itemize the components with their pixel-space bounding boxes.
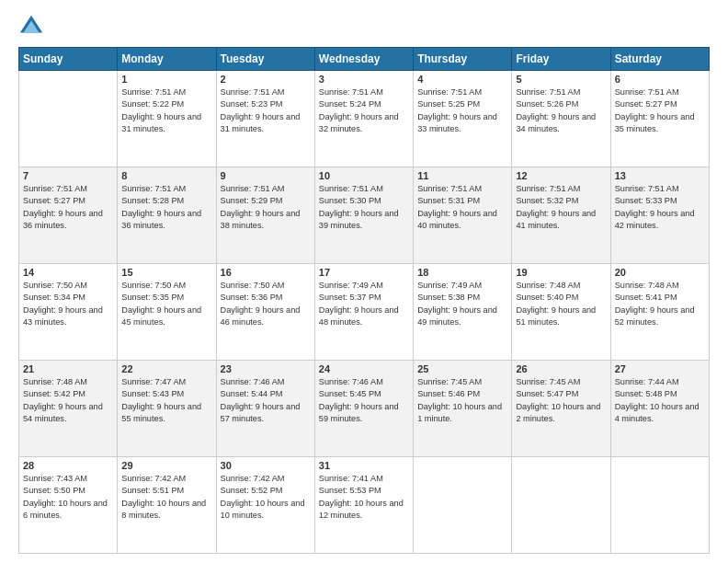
day-number: 15 bbox=[121, 267, 211, 278]
calendar-header-thursday: Thursday bbox=[414, 48, 512, 71]
page: SundayMondayTuesdayWednesdayThursdayFrid… bbox=[0, 0, 728, 563]
day-detail: Sunrise: 7:49 AMSunset: 5:38 PMDaylight:… bbox=[417, 280, 507, 328]
day-number: 19 bbox=[516, 267, 606, 278]
day-detail: Sunrise: 7:51 AMSunset: 5:33 PMDaylight:… bbox=[615, 183, 705, 232]
day-detail: Sunrise: 7:42 AMSunset: 5:52 PMDaylight:… bbox=[221, 473, 311, 522]
calendar-cell: 15Sunrise: 7:50 AMSunset: 5:35 PMDayligh… bbox=[118, 264, 216, 361]
calendar-table: SundayMondayTuesdayWednesdayThursdayFrid… bbox=[18, 47, 710, 554]
day-number: 30 bbox=[221, 460, 311, 471]
day-detail: Sunrise: 7:51 AMSunset: 5:30 PMDaylight:… bbox=[319, 183, 409, 232]
calendar-cell bbox=[512, 457, 610, 554]
day-detail: Sunrise: 7:46 AMSunset: 5:44 PMDaylight:… bbox=[221, 376, 311, 425]
day-detail: Sunrise: 7:49 AMSunset: 5:37 PMDaylight:… bbox=[319, 280, 409, 328]
calendar-cell: 22Sunrise: 7:47 AMSunset: 5:43 PMDayligh… bbox=[118, 361, 216, 457]
day-detail: Sunrise: 7:41 AMSunset: 5:53 PMDaylight:… bbox=[319, 473, 409, 522]
calendar-cell: 5Sunrise: 7:51 AMSunset: 5:26 PMDaylight… bbox=[512, 71, 610, 167]
day-number: 14 bbox=[23, 267, 113, 278]
calendar-header-sunday: Sunday bbox=[19, 48, 118, 71]
day-number: 9 bbox=[221, 170, 311, 181]
calendar-header-friday: Friday bbox=[512, 48, 610, 71]
day-number: 21 bbox=[23, 363, 113, 374]
day-number: 1 bbox=[121, 74, 211, 85]
calendar-header-tuesday: Tuesday bbox=[216, 48, 314, 71]
calendar-header-saturday: Saturday bbox=[610, 48, 709, 71]
calendar-cell: 11Sunrise: 7:51 AMSunset: 5:31 PMDayligh… bbox=[414, 167, 512, 264]
calendar-cell: 9Sunrise: 7:51 AMSunset: 5:29 PMDaylight… bbox=[216, 167, 314, 264]
day-detail: Sunrise: 7:51 AMSunset: 5:22 PMDaylight:… bbox=[121, 86, 211, 135]
calendar-cell: 17Sunrise: 7:49 AMSunset: 5:37 PMDayligh… bbox=[314, 264, 413, 361]
day-detail: Sunrise: 7:51 AMSunset: 5:29 PMDaylight:… bbox=[221, 183, 311, 232]
day-number: 18 bbox=[417, 267, 507, 278]
day-detail: Sunrise: 7:48 AMSunset: 5:40 PMDaylight:… bbox=[516, 280, 606, 328]
calendar-cell bbox=[610, 457, 709, 554]
day-number: 27 bbox=[615, 363, 705, 374]
day-number: 5 bbox=[516, 74, 606, 85]
day-number: 7 bbox=[23, 170, 113, 181]
day-detail: Sunrise: 7:47 AMSunset: 5:43 PMDaylight:… bbox=[121, 376, 211, 425]
header bbox=[18, 14, 710, 40]
day-number: 8 bbox=[121, 170, 211, 181]
calendar-week-1: 1Sunrise: 7:51 AMSunset: 5:22 PMDaylight… bbox=[19, 71, 710, 167]
calendar-cell: 13Sunrise: 7:51 AMSunset: 5:33 PMDayligh… bbox=[610, 167, 709, 264]
calendar-cell: 20Sunrise: 7:48 AMSunset: 5:41 PMDayligh… bbox=[610, 264, 709, 361]
calendar-cell: 2Sunrise: 7:51 AMSunset: 5:23 PMDaylight… bbox=[216, 71, 314, 167]
calendar-cell: 30Sunrise: 7:42 AMSunset: 5:52 PMDayligh… bbox=[216, 457, 314, 554]
day-number: 28 bbox=[23, 460, 113, 471]
day-number: 6 bbox=[615, 74, 705, 85]
day-number: 2 bbox=[221, 74, 311, 85]
day-detail: Sunrise: 7:51 AMSunset: 5:23 PMDaylight:… bbox=[221, 86, 311, 135]
day-detail: Sunrise: 7:51 AMSunset: 5:27 PMDaylight:… bbox=[23, 183, 113, 232]
calendar-week-5: 28Sunrise: 7:43 AMSunset: 5:50 PMDayligh… bbox=[19, 457, 710, 554]
day-detail: Sunrise: 7:51 AMSunset: 5:25 PMDaylight:… bbox=[417, 86, 507, 135]
calendar-cell bbox=[414, 457, 512, 554]
calendar-cell: 3Sunrise: 7:51 AMSunset: 5:24 PMDaylight… bbox=[314, 71, 413, 167]
day-detail: Sunrise: 7:44 AMSunset: 5:48 PMDaylight:… bbox=[615, 376, 705, 425]
calendar-cell: 25Sunrise: 7:45 AMSunset: 5:46 PMDayligh… bbox=[414, 361, 512, 457]
day-detail: Sunrise: 7:51 AMSunset: 5:24 PMDaylight:… bbox=[319, 86, 409, 135]
day-number: 4 bbox=[417, 74, 507, 85]
calendar-cell: 6Sunrise: 7:51 AMSunset: 5:27 PMDaylight… bbox=[610, 71, 709, 167]
day-number: 12 bbox=[516, 170, 606, 181]
calendar-cell: 8Sunrise: 7:51 AMSunset: 5:28 PMDaylight… bbox=[118, 167, 216, 264]
calendar-cell: 19Sunrise: 7:48 AMSunset: 5:40 PMDayligh… bbox=[512, 264, 610, 361]
day-detail: Sunrise: 7:51 AMSunset: 5:27 PMDaylight:… bbox=[615, 86, 705, 135]
day-number: 22 bbox=[121, 363, 211, 374]
calendar-cell: 7Sunrise: 7:51 AMSunset: 5:27 PMDaylight… bbox=[19, 167, 118, 264]
day-detail: Sunrise: 7:50 AMSunset: 5:36 PMDaylight:… bbox=[221, 280, 311, 328]
day-number: 31 bbox=[319, 460, 409, 471]
calendar-cell: 18Sunrise: 7:49 AMSunset: 5:38 PMDayligh… bbox=[414, 264, 512, 361]
calendar-cell: 12Sunrise: 7:51 AMSunset: 5:32 PMDayligh… bbox=[512, 167, 610, 264]
calendar-cell: 14Sunrise: 7:50 AMSunset: 5:34 PMDayligh… bbox=[19, 264, 118, 361]
day-number: 24 bbox=[319, 363, 409, 374]
calendar-cell bbox=[19, 71, 118, 167]
day-detail: Sunrise: 7:46 AMSunset: 5:45 PMDaylight:… bbox=[319, 376, 409, 425]
calendar-cell: 29Sunrise: 7:42 AMSunset: 5:51 PMDayligh… bbox=[118, 457, 216, 554]
day-number: 29 bbox=[121, 460, 211, 471]
calendar-cell: 27Sunrise: 7:44 AMSunset: 5:48 PMDayligh… bbox=[610, 361, 709, 457]
day-detail: Sunrise: 7:51 AMSunset: 5:32 PMDaylight:… bbox=[516, 183, 606, 232]
day-number: 10 bbox=[319, 170, 409, 181]
calendar-cell: 4Sunrise: 7:51 AMSunset: 5:25 PMDaylight… bbox=[414, 71, 512, 167]
calendar-header-row: SundayMondayTuesdayWednesdayThursdayFrid… bbox=[19, 48, 710, 71]
day-number: 17 bbox=[319, 267, 409, 278]
day-detail: Sunrise: 7:42 AMSunset: 5:51 PMDaylight:… bbox=[121, 473, 211, 522]
day-number: 26 bbox=[516, 363, 606, 374]
calendar-week-2: 7Sunrise: 7:51 AMSunset: 5:27 PMDaylight… bbox=[19, 167, 710, 264]
day-detail: Sunrise: 7:45 AMSunset: 5:47 PMDaylight:… bbox=[516, 376, 606, 425]
calendar-header-wednesday: Wednesday bbox=[314, 48, 413, 71]
day-detail: Sunrise: 7:51 AMSunset: 5:31 PMDaylight:… bbox=[417, 183, 507, 232]
day-number: 25 bbox=[417, 363, 507, 374]
calendar-cell: 28Sunrise: 7:43 AMSunset: 5:50 PMDayligh… bbox=[19, 457, 118, 554]
calendar-week-4: 21Sunrise: 7:48 AMSunset: 5:42 PMDayligh… bbox=[19, 361, 710, 457]
calendar-cell: 23Sunrise: 7:46 AMSunset: 5:44 PMDayligh… bbox=[216, 361, 314, 457]
calendar-cell: 26Sunrise: 7:45 AMSunset: 5:47 PMDayligh… bbox=[512, 361, 610, 457]
calendar-cell: 24Sunrise: 7:46 AMSunset: 5:45 PMDayligh… bbox=[314, 361, 413, 457]
day-number: 11 bbox=[417, 170, 507, 181]
day-detail: Sunrise: 7:51 AMSunset: 5:26 PMDaylight:… bbox=[516, 86, 606, 135]
calendar-cell: 16Sunrise: 7:50 AMSunset: 5:36 PMDayligh… bbox=[216, 264, 314, 361]
day-detail: Sunrise: 7:48 AMSunset: 5:42 PMDaylight:… bbox=[23, 376, 113, 425]
calendar-cell: 10Sunrise: 7:51 AMSunset: 5:30 PMDayligh… bbox=[314, 167, 413, 264]
day-number: 3 bbox=[319, 74, 409, 85]
day-detail: Sunrise: 7:51 AMSunset: 5:28 PMDaylight:… bbox=[121, 183, 211, 232]
calendar-cell: 31Sunrise: 7:41 AMSunset: 5:53 PMDayligh… bbox=[314, 457, 413, 554]
